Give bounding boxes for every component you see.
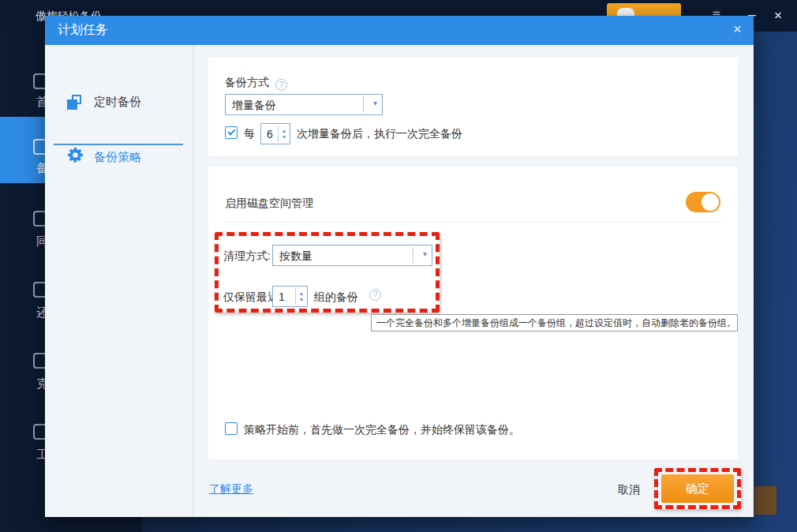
keep-prefix-label: 仅保留最近	[223, 290, 279, 305]
cancel-button[interactable]: 取消	[618, 483, 640, 497]
tab-label: 定时备份	[94, 95, 141, 110]
learn-more-link[interactable]: 了解更多	[209, 482, 253, 496]
disk-mgmt-toggle[interactable]	[686, 192, 720, 212]
spin-down-icon[interactable]: ▼	[299, 297, 305, 303]
interval-suffix-label: 次增量备份后，执行一次完全备份	[297, 127, 462, 141]
dialog-titlebar: 计划任务 ×	[45, 16, 754, 45]
section-divider	[225, 222, 721, 223]
tab-label: 备份策略	[94, 150, 141, 165]
keep-help-icon[interactable]: ?	[369, 289, 381, 301]
backup-method-panel: 备份方式? 增量备份 ▾ 每 6 ▲ ▼ 次增量备份后，执行一次完全备份	[208, 58, 738, 156]
app-close-button[interactable]: ×	[774, 6, 782, 25]
cleanup-method-value: 按数量	[279, 249, 312, 264]
incremental-count-spinner[interactable]: 6 ▲ ▼	[260, 123, 290, 144]
spin-up-icon[interactable]: ▲	[282, 128, 287, 134]
cleanup-method-dropdown[interactable]: 按数量 ▾	[272, 245, 432, 266]
spinner-arrows[interactable]: ▲ ▼	[295, 288, 307, 305]
keep-count-value: 1	[279, 290, 285, 303]
initial-full-backup-label: 策略开始前，首先做一次完全备份，并始终保留该备份。	[244, 423, 520, 437]
ok-button[interactable]: 确定	[661, 474, 734, 503]
full-backup-interval-checkbox[interactable]	[225, 126, 238, 139]
cleanup-method-label: 清理方式:	[223, 249, 271, 264]
tab-backup-scheme[interactable]: 备份策略	[45, 148, 193, 179]
backup-method-value: 增量备份	[232, 99, 276, 113]
tooltip: 一个完全备份和多个增量备份组成一个备份组，超过设定值时，自动删除老的备份组。	[371, 314, 738, 332]
toggle-knob	[702, 193, 719, 211]
schedule-dialog: 计划任务 × 定时备份 备份策略	[45, 16, 754, 517]
tab-scheduled-backup[interactable]: 定时备份	[45, 92, 193, 124]
dialog-title: 计划任务	[58, 22, 108, 39]
chevron-down-icon: ▾	[373, 99, 377, 107]
disk-space-panel: 启用磁盘空间管理 清理方式: 按数量 ▾ 仅保留最近 1 ▲ ▼ 组的备份?	[208, 167, 738, 459]
keep-count-spinner[interactable]: 1 ▲ ▼	[272, 286, 308, 307]
check-icon	[228, 128, 236, 136]
backup-method-label: 备份方式	[225, 76, 269, 88]
spinner-arrows[interactable]: ▲ ▼	[278, 126, 290, 142]
desktop-fragment	[754, 486, 776, 515]
backup-method-dropdown[interactable]: 增量备份 ▾	[225, 94, 383, 115]
screen: 傲梅轻松备份 ≡ – × 首 备 同 还 克 工 计划任务 ×	[0, 0, 797, 532]
chevron-down-icon: ▾	[423, 249, 427, 258]
backup-method-help-icon[interactable]: ?	[275, 79, 287, 91]
spin-up-icon[interactable]: ▲	[299, 290, 305, 297]
every-label: 每	[244, 127, 255, 141]
backup-scheme-gear-icon	[66, 146, 84, 164]
incremental-count-value: 6	[267, 128, 273, 140]
active-tab-underline	[54, 144, 183, 145]
dialog-close-icon[interactable]: ×	[733, 21, 742, 38]
enable-disk-mgmt-label: 启用磁盘空间管理	[225, 197, 313, 211]
keep-suffix-label: 组的备份	[314, 290, 358, 305]
ok-highlight-box: 确定	[654, 468, 741, 509]
scheduled-backup-icon	[67, 95, 83, 111]
dialog-sidebar: 定时备份 备份策略	[45, 45, 193, 517]
initial-full-backup-checkbox[interactable]	[225, 422, 238, 435]
spin-down-icon[interactable]: ▼	[282, 134, 287, 140]
